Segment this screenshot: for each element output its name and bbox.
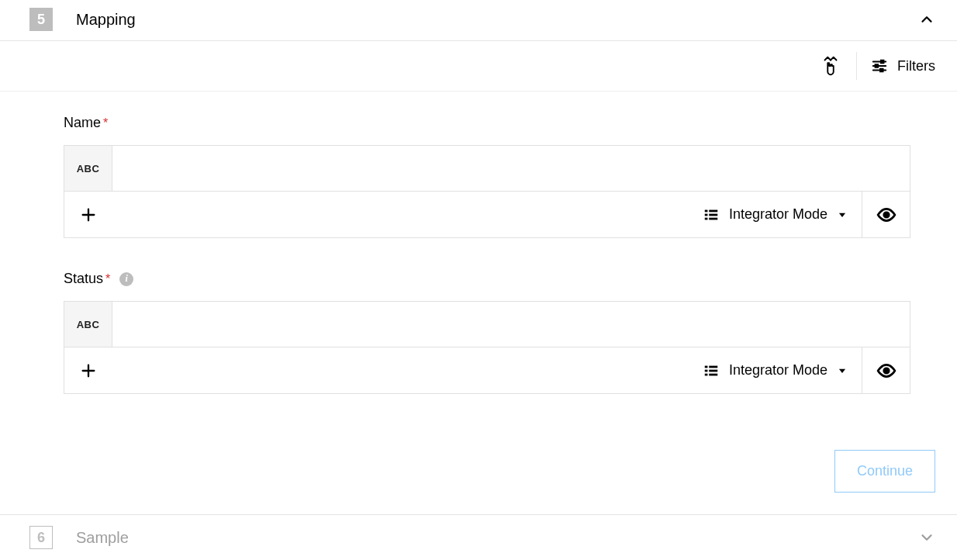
- svg-point-15: [883, 212, 889, 217]
- preview-button-name[interactable]: [862, 192, 910, 237]
- mode-label-name: Integrator Mode: [729, 206, 827, 223]
- eye-icon: [876, 361, 897, 381]
- input-row-name: ABC: [64, 145, 910, 192]
- controls-row-status: Integrator Mode: [64, 347, 910, 394]
- caret-down-icon: [837, 365, 848, 376]
- svg-rect-18: [705, 365, 708, 368]
- name-label-text: Name: [64, 115, 101, 131]
- plus-icon: [80, 206, 97, 223]
- mode-label-status: Integrator Mode: [729, 362, 827, 379]
- svg-rect-13: [709, 217, 717, 220]
- svg-marker-24: [839, 368, 845, 372]
- type-badge-name: ABC: [64, 146, 112, 191]
- svg-marker-14: [839, 213, 845, 216]
- status-label-text: Status: [64, 271, 103, 287]
- preview-button-status[interactable]: [862, 347, 910, 393]
- svg-rect-12: [705, 217, 708, 220]
- toolbar-divider: [856, 52, 857, 80]
- list-icon: [703, 362, 720, 379]
- add-button-name[interactable]: [64, 192, 112, 237]
- input-row-status: ABC: [64, 301, 910, 347]
- section-header-mapping[interactable]: 5 Mapping: [0, 0, 957, 41]
- field-group-status: Status* i ABC: [64, 271, 910, 394]
- required-star-icon: *: [103, 116, 108, 130]
- svg-rect-21: [709, 369, 717, 372]
- add-button-status[interactable]: [64, 347, 112, 393]
- svg-rect-3: [881, 60, 884, 64]
- list-icon: [703, 206, 720, 223]
- mode-selector-name[interactable]: Integrator Mode: [689, 206, 862, 223]
- interaction-cursor-icon[interactable]: [819, 54, 842, 78]
- filters-label: Filters: [897, 58, 935, 74]
- section-header-sample[interactable]: 6 Sample: [0, 514, 957, 560]
- caret-down-icon: [837, 209, 848, 220]
- mapping-form: Name* ABC: [0, 92, 957, 434]
- step-badge-5: 5: [29, 8, 53, 31]
- field-label-name: Name*: [64, 115, 910, 131]
- svg-rect-10: [705, 213, 708, 216]
- mapping-toolbar: Filters: [0, 41, 957, 92]
- svg-rect-5: [880, 69, 883, 72]
- svg-point-25: [883, 368, 889, 373]
- name-input[interactable]: [112, 146, 910, 191]
- required-star-icon: *: [105, 272, 110, 286]
- field-group-name: Name* ABC: [64, 115, 910, 238]
- section-title-sample: Sample: [76, 529, 129, 547]
- filters-button[interactable]: Filters: [871, 57, 935, 74]
- svg-rect-11: [709, 213, 717, 216]
- sliders-icon: [871, 57, 888, 74]
- section-title-mapping: Mapping: [76, 11, 136, 29]
- type-badge-status: ABC: [64, 302, 112, 347]
- info-icon[interactable]: i: [119, 272, 133, 286]
- step-badge-6: 6: [29, 526, 53, 549]
- continue-row: Continue: [0, 434, 957, 514]
- controls-row-name: Integrator Mode: [64, 192, 910, 238]
- svg-rect-8: [705, 209, 708, 212]
- status-input[interactable]: [112, 302, 910, 347]
- svg-rect-9: [709, 209, 717, 212]
- chevron-up-icon[interactable]: [918, 11, 935, 28]
- svg-rect-4: [876, 64, 879, 67]
- eye-icon: [876, 205, 897, 225]
- mode-selector-status[interactable]: Integrator Mode: [689, 362, 862, 379]
- field-label-status: Status* i: [64, 271, 910, 287]
- svg-rect-20: [705, 369, 708, 372]
- plus-icon: [80, 362, 97, 379]
- svg-rect-19: [709, 365, 717, 368]
- svg-rect-23: [709, 373, 717, 375]
- svg-rect-22: [705, 373, 708, 375]
- continue-button[interactable]: Continue: [834, 450, 935, 493]
- chevron-down-icon[interactable]: [918, 529, 935, 546]
